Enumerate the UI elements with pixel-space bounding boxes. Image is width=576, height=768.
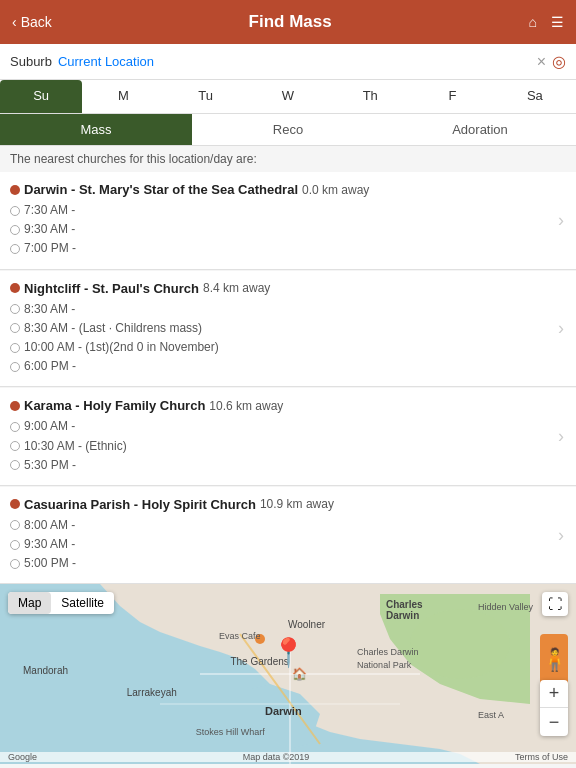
svg-point-5 [410, 609, 510, 679]
clock-icon [10, 244, 20, 254]
map-label-national-park: Charles Darwin [357, 647, 419, 657]
chevron-right-icon-2: › [550, 426, 564, 447]
map-toggle: Map Satellite [8, 592, 114, 614]
clock-icon [10, 304, 20, 314]
page-title: Find Mass [249, 12, 332, 32]
chevron-right-icon-0: › [550, 210, 564, 231]
back-chevron-icon: ‹ [12, 14, 17, 30]
map-label-larrakeyah: Larrakeyah [127, 687, 177, 698]
church-time-0-2: 7:00 PM - [10, 239, 550, 258]
tab-sa[interactable]: Sa [494, 80, 576, 113]
church-name-2: Karama - Holy Family Church 10.6 km away [10, 398, 550, 413]
church-item-1[interactable]: Nightcliff - St. Paul's Church 8.4 km aw… [0, 271, 576, 388]
clock-icon [10, 206, 20, 216]
map-attribution: Google Map data ©2019 Terms of Use [0, 752, 576, 762]
tab-f[interactable]: F [411, 80, 493, 113]
church-time-1-1: 8:30 AM - (Last · Childrens mass) [10, 319, 550, 338]
church-time-3-1: 9:30 AM - [10, 535, 550, 554]
satellite-button[interactable]: Satellite [51, 592, 114, 614]
chevron-right-icon-3: › [550, 525, 564, 546]
church-time-2-1: 10:30 AM - (Ethnic) [10, 437, 550, 456]
location-icon-3 [10, 499, 20, 509]
service-tabs: Mass Reco Adoration [0, 114, 576, 146]
clock-icon [10, 540, 20, 550]
church-content-3: Casuarina Parish - Holy Spirit Church 10… [10, 497, 550, 574]
tab-mass[interactable]: Mass [0, 114, 192, 145]
clock-icon [10, 441, 20, 451]
zoom-out-button[interactable]: − [540, 708, 568, 736]
church-time-2-2: 5:30 PM - [10, 456, 550, 475]
back-button[interactable]: ‹ Back [12, 14, 52, 30]
clock-icon [10, 323, 20, 333]
church-time-1-0: 8:30 AM - [10, 300, 550, 319]
tab-su[interactable]: Su [0, 80, 82, 113]
church-time-0-1: 9:30 AM - [10, 220, 550, 239]
map-label-darwin-city: Darwin [265, 705, 302, 717]
current-location-link[interactable]: Current Location [58, 54, 154, 69]
header: ‹ Back Find Mass ⌂ ☰ [0, 0, 576, 44]
tab-m[interactable]: M [82, 80, 164, 113]
zoom-in-button[interactable]: + [540, 680, 568, 708]
menu-icon[interactable]: ☰ [551, 14, 564, 30]
church-item-0[interactable]: Darwin - St. Mary's Star of the Sea Cath… [0, 172, 576, 270]
church-content-0: Darwin - St. Mary's Star of the Sea Cath… [10, 182, 550, 259]
clock-icon [10, 460, 20, 470]
church-time-2-0: 9:00 AM - [10, 417, 550, 436]
header-icons: ⌂ ☰ [529, 14, 564, 30]
map-container: Charles Darwin Woolner The Gardens Darwi… [0, 584, 576, 764]
home-icon[interactable]: ⌂ [529, 14, 537, 30]
clock-icon [10, 225, 20, 235]
map-zoom-controls: + − [540, 680, 568, 736]
map-home-icon: 🏠 [292, 667, 307, 681]
tab-w[interactable]: W [247, 80, 329, 113]
map-label-mandorah: Mandorah [23, 665, 68, 676]
day-tabs: Su M Tu W Th F Sa [0, 80, 576, 114]
church-name-0: Darwin - St. Mary's Star of the Sea Cath… [10, 182, 550, 197]
church-time-1-3: 6:00 PM - [10, 357, 550, 376]
location-icon-2 [10, 401, 20, 411]
tab-tu[interactable]: Tu [165, 80, 247, 113]
google-logo: Google [8, 752, 37, 762]
church-time-1-2: 10:00 AM - (1st)(2nd 0 in November) [10, 338, 550, 357]
map-label-stokes-hill: Stokes Hill Wharf [196, 727, 265, 737]
clock-icon [10, 362, 20, 372]
map-label-east-a: East A [478, 710, 504, 720]
church-time-3-2: 5:00 PM - [10, 554, 550, 573]
clear-icon[interactable]: × [537, 53, 546, 71]
chevron-right-icon-1: › [550, 318, 564, 339]
location-icon-1 [10, 283, 20, 293]
church-content-2: Karama - Holy Family Church 10.6 km away… [10, 398, 550, 475]
clock-icon [10, 422, 20, 432]
church-time-0-0: 7:30 AM - [10, 201, 550, 220]
church-time-3-0: 8:00 AM - [10, 516, 550, 535]
search-suburb-label: Suburb [10, 54, 52, 69]
church-item-3[interactable]: Casuarina Parish - Holy Spirit Church 10… [0, 487, 576, 585]
church-content-1: Nightcliff - St. Paul's Church 8.4 km aw… [10, 281, 550, 377]
map-pin: 📍 [271, 639, 306, 667]
map-label-evas-cafe: Evas Cafe [219, 631, 261, 641]
clock-icon [10, 559, 20, 569]
subtitle: The nearest churches for this location/d… [0, 146, 576, 172]
map-label-national-park-2: National Park [357, 660, 411, 670]
map-button[interactable]: Map [8, 592, 51, 614]
church-item-2[interactable]: Karama - Holy Family Church 10.6 km away… [0, 388, 576, 486]
search-bar: Suburb Current Location × ◎ [0, 44, 576, 80]
map-expand-button[interactable]: ⛶ [542, 592, 568, 616]
tab-th[interactable]: Th [329, 80, 411, 113]
map-data-label: Map data ©2019 [243, 752, 310, 762]
clock-icon [10, 520, 20, 530]
clock-icon [10, 343, 20, 353]
map-label-hidden-valley: Hidden Valley [478, 602, 533, 612]
location-icon-0 [10, 185, 20, 195]
church-list: Darwin - St. Mary's Star of the Sea Cath… [0, 172, 576, 584]
streetview-icon[interactable]: 🧍 [540, 634, 568, 686]
tab-adoration[interactable]: Adoration [384, 114, 576, 145]
tab-reco[interactable]: Reco [192, 114, 384, 145]
locate-icon[interactable]: ◎ [552, 52, 566, 71]
terms-link[interactable]: Terms of Use [515, 752, 568, 762]
church-name-1: Nightcliff - St. Paul's Church 8.4 km aw… [10, 281, 550, 296]
map-label-darwin: Darwin [386, 610, 419, 621]
search-input[interactable] [160, 54, 531, 69]
church-name-3: Casuarina Parish - Holy Spirit Church 10… [10, 497, 550, 512]
map-label-charles-darwin: Charles [386, 599, 423, 610]
